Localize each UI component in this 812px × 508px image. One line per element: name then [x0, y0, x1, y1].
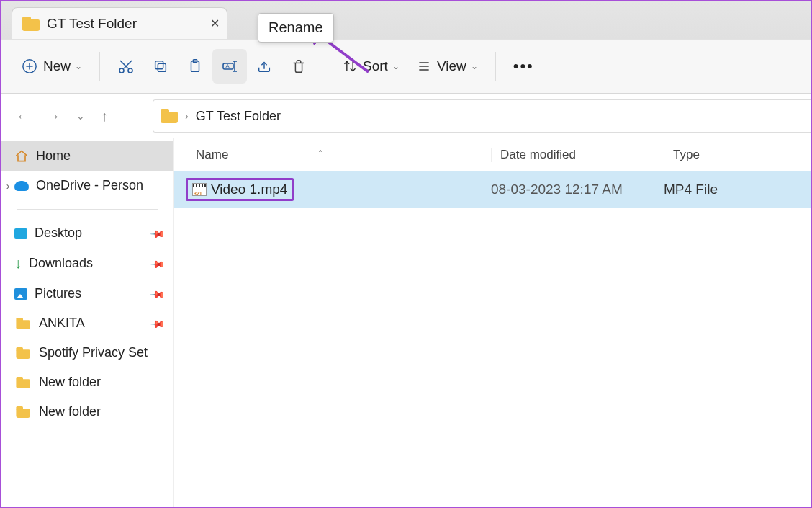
sidebar-item-pictures[interactable]: Pictures 📌 [1, 279, 173, 308]
nav-row: ← → ⌄ ↑ › GT Test Folder [1, 94, 811, 138]
chevron-right-icon: › [185, 110, 189, 122]
sidebar-item-newfolder2[interactable]: New folder [1, 397, 173, 427]
view-button[interactable]: View ⌄ [408, 49, 487, 84]
view-list-icon [417, 59, 431, 73]
expand-icon[interactable]: › [3, 180, 13, 192]
rename-button[interactable]: A [212, 49, 247, 84]
share-icon [256, 58, 272, 74]
folder-icon [16, 318, 30, 329]
breadcrumb-root[interactable]: GT Test Folder [196, 109, 281, 124]
trash-icon [291, 58, 307, 74]
plus-circle-icon [22, 58, 37, 74]
column-headers: Name ˄ Date modified Type [174, 138, 811, 171]
svg-text:A: A [225, 63, 230, 70]
sidebar-item-ankita[interactable]: ANKITA 📌 [1, 308, 173, 338]
folder-icon [16, 347, 30, 359]
svg-rect-7 [158, 63, 166, 71]
sidebar-label: Downloads [29, 256, 93, 271]
sidebar-label: Home [36, 148, 71, 164]
file-list: Name ˄ Date modified Type Video 1.mp4 08… [174, 138, 811, 507]
sidebar-item-onedrive[interactable]: › OneDrive - Person [1, 171, 173, 200]
sort-indicator-icon: ˄ [318, 149, 322, 159]
paste-button[interactable] [178, 49, 212, 84]
svg-rect-8 [155, 61, 163, 69]
home-icon [14, 149, 29, 164]
new-label: New [43, 58, 71, 74]
file-name: Video 1.mp4 [211, 182, 287, 197]
cut-button[interactable] [109, 49, 143, 84]
pin-icon: 📌 [149, 255, 166, 272]
rename-tooltip: Rename [258, 13, 334, 43]
navigation-pane: Home › OneDrive - Person Desktop 📌 ↓ Dow… [1, 138, 174, 507]
sidebar-label: Spotify Privacy Set [39, 345, 148, 360]
file-date: 08-03-2023 12:17 AM [491, 182, 664, 197]
chevron-down-icon: ⌄ [392, 61, 400, 71]
column-date[interactable]: Date modified [491, 148, 664, 162]
column-type[interactable]: Type [664, 148, 811, 162]
sidebar-label: Desktop [35, 226, 82, 241]
video-file-icon [192, 183, 207, 196]
tab-bar: GT Test Folder ✕ [1, 1, 811, 39]
sidebar-label: ANKITA [39, 316, 85, 331]
clipboard-icon [187, 58, 203, 74]
sidebar-item-home[interactable]: Home [1, 141, 173, 171]
file-type: MP4 File [664, 182, 811, 197]
close-tab-icon[interactable]: ✕ [210, 17, 220, 30]
copy-button[interactable] [143, 49, 178, 84]
sidebar-label: New folder [39, 404, 101, 419]
tab-title: GT Test Folder [47, 16, 137, 32]
sidebar-label: New folder [39, 375, 101, 390]
sidebar-item-newfolder1[interactable]: New folder [1, 367, 173, 397]
back-button[interactable]: ← [16, 108, 30, 125]
chevron-down-icon: ⌄ [471, 61, 478, 71]
scissors-icon [117, 58, 135, 75]
column-type-label: Type [673, 148, 700, 161]
sidebar-label: OneDrive - Person [36, 178, 143, 193]
up-button[interactable]: ↑ [101, 108, 108, 125]
sidebar-item-desktop[interactable]: Desktop 📌 [1, 218, 173, 248]
selected-file: Video 1.mp4 [186, 178, 294, 201]
new-button[interactable]: New ⌄ [13, 49, 91, 84]
address-bar[interactable]: › GT Test Folder [153, 99, 811, 133]
pictures-icon [14, 288, 27, 300]
share-button[interactable] [247, 49, 281, 84]
pin-icon: 📌 [149, 225, 166, 241]
view-label: View [437, 58, 466, 74]
ellipsis-icon: ••• [513, 57, 534, 76]
pin-icon: 📌 [149, 315, 166, 331]
sidebar-label: Pictures [35, 286, 81, 301]
download-icon: ↓ [14, 255, 22, 272]
pin-icon: 📌 [149, 285, 166, 302]
more-button[interactable]: ••• [505, 49, 543, 84]
file-row[interactable]: Video 1.mp4 08-03-2023 12:17 AM MP4 File [174, 171, 811, 208]
folder-icon [22, 17, 40, 31]
cloud-icon [14, 181, 29, 191]
forward-button[interactable]: → [46, 108, 60, 125]
folder-icon [16, 406, 30, 418]
tab-gt-test-folder[interactable]: GT Test Folder ✕ [12, 7, 227, 39]
svg-line-5 [124, 61, 132, 68]
folder-icon [161, 109, 178, 123]
rename-icon: A [221, 58, 238, 75]
copy-icon [153, 58, 168, 74]
column-name-label: Name [196, 148, 228, 161]
svg-point-3 [119, 68, 124, 73]
svg-line-6 [120, 61, 128, 68]
chevron-down-icon: ⌄ [75, 61, 82, 71]
sidebar-item-spotify[interactable]: Spotify Privacy Set [1, 338, 173, 367]
folder-icon [16, 377, 30, 388]
sidebar-item-downloads[interactable]: ↓ Downloads 📌 [1, 248, 173, 279]
column-name[interactable]: Name ˄ [174, 148, 491, 162]
desktop-icon [14, 228, 27, 239]
recent-locations-button[interactable]: ⌄ [76, 110, 85, 122]
svg-point-4 [128, 68, 132, 73]
column-date-label: Date modified [500, 148, 576, 161]
toolbar: New ⌄ A Sort ⌄ View ⌄ ••• [1, 39, 811, 94]
